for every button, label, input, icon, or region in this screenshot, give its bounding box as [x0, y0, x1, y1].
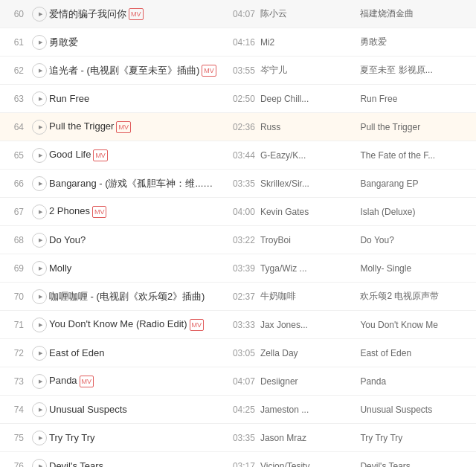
- play-button[interactable]: [30, 402, 49, 417]
- song-album: Do You?: [360, 235, 470, 245]
- song-artist: Tyga/Wiz ...: [260, 263, 361, 274]
- play-button[interactable]: [30, 120, 49, 135]
- mv-badge[interactable]: MV: [93, 149, 108, 161]
- table-row: 68 Do You? 03:22 TroyBoi Do You?: [0, 226, 476, 254]
- play-button[interactable]: [30, 233, 49, 248]
- row-number: 65: [6, 150, 30, 161]
- play-button[interactable]: [30, 374, 49, 389]
- table-row: 73 PandaMV 04:07 Desiigner Panda: [0, 367, 476, 396]
- song-title: Run Free: [49, 93, 228, 104]
- song-artist: Vicion/Tesity: [260, 461, 361, 468]
- table-row: 71 You Don't Know Me (Radio Edit)MV 03:3…: [0, 311, 476, 339]
- table-row: 61 勇敢爱 04:16 Mi2 勇敢爱: [0, 28, 476, 57]
- table-row: 76 Devil's Tears 03:17 Vicion/Tesity Dev…: [0, 452, 476, 467]
- table-row: 66 Bangarang - (游戏《孤胆车神：维...》)MV 03:35 S…: [0, 170, 476, 198]
- song-title: Good LifeMV: [49, 149, 228, 161]
- play-icon[interactable]: [32, 261, 47, 276]
- song-title: Do You?: [49, 234, 228, 245]
- mv-badge[interactable]: MV: [92, 206, 107, 218]
- mv-badge[interactable]: MV: [129, 8, 144, 20]
- mv-badge[interactable]: MV: [219, 178, 228, 190]
- mv-badge[interactable]: MV: [80, 376, 94, 387]
- table-row: 70 咖喱咖喱 - (电视剧《欢乐颂2》插曲) 02:37 牛奶咖啡 欢乐颂2 …: [0, 283, 476, 311]
- mv-badge[interactable]: MV: [190, 319, 205, 331]
- song-album: Devil's Tears: [360, 461, 470, 468]
- song-title: 爱情的骗子我问你MV: [49, 7, 228, 21]
- play-icon[interactable]: [32, 148, 47, 163]
- table-row: 62 追光者 - (电视剧《夏至未至》插曲)MV 03:55 岑宁儿 夏至未至 …: [0, 57, 476, 85]
- play-button[interactable]: [30, 459, 49, 468]
- song-artist: Kevin Gates: [260, 207, 361, 217]
- play-button[interactable]: [30, 318, 49, 332]
- table-row: 69 Molly 03:39 Tyga/Wiz ... Molly- Singl…: [0, 254, 476, 283]
- song-artist: Skrillex/Sir...: [260, 178, 361, 189]
- row-number: 64: [6, 122, 30, 132]
- row-number: 76: [6, 461, 30, 468]
- play-icon[interactable]: [32, 431, 47, 445]
- play-button[interactable]: [30, 204, 49, 219]
- play-icon[interactable]: [32, 402, 47, 417]
- row-number: 72: [6, 348, 30, 358]
- table-row: 75 Try Try Try 03:35 Jason Mraz Try Try …: [0, 424, 476, 452]
- mv-badge[interactable]: MV: [116, 121, 131, 133]
- song-album: 勇敢爱: [360, 36, 470, 48]
- song-title: 2 PhonesMV: [49, 205, 228, 218]
- song-duration: 02:50: [228, 94, 260, 104]
- row-number: 68: [6, 235, 30, 245]
- song-artist: 牛奶咖啡: [260, 290, 361, 303]
- song-album: Unusual Suspects: [360, 405, 470, 415]
- play-icon[interactable]: [32, 346, 47, 361]
- song-artist: Deep Chill...: [260, 94, 361, 104]
- song-artist: 岑宁儿: [260, 64, 361, 77]
- play-icon[interactable]: [32, 7, 47, 22]
- song-duration: 04:25: [228, 405, 260, 415]
- play-icon[interactable]: [32, 63, 47, 78]
- song-title: East of Eden: [49, 347, 228, 358]
- play-icon[interactable]: [32, 289, 47, 304]
- song-album: 福建烧酒金曲: [360, 7, 470, 20]
- play-button[interactable]: [30, 91, 49, 106]
- song-title: 勇敢爱: [49, 36, 228, 49]
- play-button[interactable]: [30, 431, 49, 445]
- song-album: You Don't Know Me: [360, 320, 470, 330]
- play-button[interactable]: [30, 346, 49, 361]
- song-title: Try Try Try: [49, 432, 228, 443]
- song-list: 60 爱情的骗子我问你MV 04:07 陈小云 福建烧酒金曲 61 勇敢爱 04…: [0, 0, 476, 467]
- play-icon[interactable]: [32, 318, 47, 332]
- play-icon[interactable]: [32, 204, 47, 219]
- mv-badge[interactable]: MV: [202, 65, 216, 77]
- row-number: 74: [6, 405, 30, 415]
- play-button[interactable]: [30, 63, 49, 78]
- row-number: 71: [6, 320, 30, 330]
- play-button[interactable]: [30, 35, 49, 50]
- row-number: 62: [6, 65, 30, 76]
- song-title: Pull the TriggerMV: [49, 120, 228, 133]
- song-album: Try Try Try: [360, 433, 470, 443]
- play-icon[interactable]: [32, 35, 47, 50]
- song-duration: 03:35: [228, 433, 260, 443]
- song-album: Run Free: [360, 94, 470, 104]
- play-button[interactable]: [30, 289, 49, 304]
- play-button[interactable]: [30, 261, 49, 276]
- row-number: 63: [6, 94, 30, 104]
- song-artist: 陈小云: [260, 7, 361, 20]
- song-duration: 03:44: [228, 150, 260, 161]
- play-button[interactable]: [30, 7, 49, 22]
- play-icon[interactable]: [32, 459, 47, 468]
- table-row: 60 爱情的骗子我问你MV 04:07 陈小云 福建烧酒金曲: [0, 0, 476, 28]
- song-duration: 03:22: [228, 235, 260, 245]
- play-icon[interactable]: [32, 176, 47, 191]
- play-icon[interactable]: [32, 120, 47, 135]
- play-button[interactable]: [30, 176, 49, 191]
- play-icon[interactable]: [32, 91, 47, 106]
- row-number: 69: [6, 263, 30, 274]
- song-duration: 04:00: [228, 207, 260, 217]
- row-number: 60: [6, 9, 30, 19]
- song-duration: 03:55: [228, 65, 260, 76]
- table-row: 74 Unusual Suspects 04:25 Jameston ... U…: [0, 396, 476, 424]
- play-button[interactable]: [30, 148, 49, 163]
- row-number: 70: [6, 292, 30, 302]
- play-icon[interactable]: [32, 374, 47, 389]
- song-title: Devil's Tears: [49, 460, 228, 467]
- play-icon[interactable]: [32, 233, 47, 248]
